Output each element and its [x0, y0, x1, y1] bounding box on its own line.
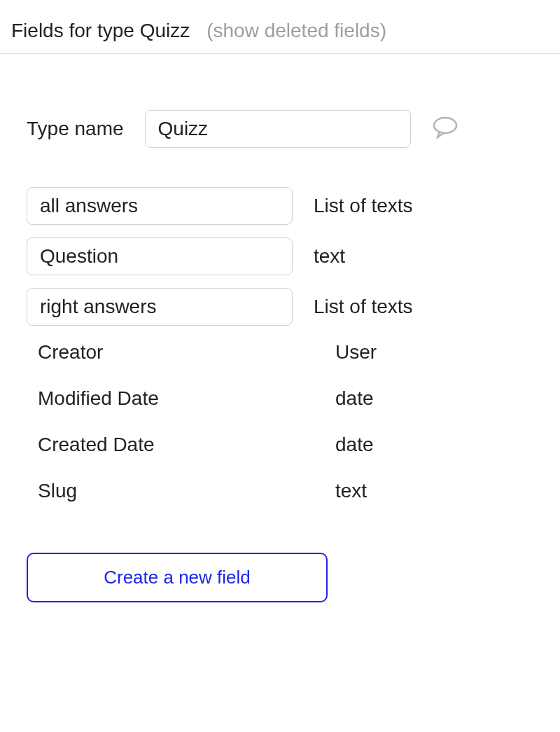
create-new-field-button[interactable]: Create a new field	[27, 553, 328, 602]
field-row: Slug text	[27, 480, 533, 502]
field-row: all answers List of texts	[27, 187, 533, 225]
svg-point-0	[434, 118, 456, 133]
page-title: Fields for type Quizz	[11, 20, 190, 42]
builtin-fields-list: Creator User Modified Date date Created …	[27, 341, 533, 502]
type-name-input[interactable]	[145, 110, 411, 148]
field-row: right answers List of texts	[27, 288, 533, 326]
show-deleted-link[interactable]: (show deleted fields)	[206, 20, 386, 42]
field-row: Modified Date date	[27, 387, 533, 410]
content-area: Type name all answers List of texts Ques…	[0, 54, 560, 602]
field-type-label: text	[314, 480, 533, 502]
field-name-static: Modified Date	[38, 387, 314, 410]
type-name-label: Type name	[27, 118, 124, 140]
field-type-label: List of texts	[293, 296, 533, 318]
field-name-input[interactable]: right answers	[27, 288, 293, 326]
header: Fields for type Quizz (show deleted fiel…	[0, 0, 560, 54]
field-name-static: Created Date	[38, 434, 314, 456]
comment-icon[interactable]	[432, 116, 458, 142]
field-name-input[interactable]: all answers	[27, 187, 293, 225]
field-row: Question text	[27, 237, 533, 275]
field-name-input[interactable]: Question	[27, 237, 293, 275]
field-type-label: date	[314, 434, 533, 456]
field-row: Creator User	[27, 341, 533, 364]
type-name-row: Type name	[27, 110, 533, 148]
field-type-label: User	[314, 341, 533, 364]
field-type-label: text	[293, 245, 533, 268]
field-name-static: Slug	[38, 480, 314, 502]
field-type-label: List of texts	[293, 195, 533, 217]
field-row: Created Date date	[27, 434, 533, 456]
custom-fields-list: all answers List of texts Question text …	[27, 187, 533, 326]
field-type-label: date	[314, 387, 533, 410]
field-name-static: Creator	[38, 341, 314, 364]
